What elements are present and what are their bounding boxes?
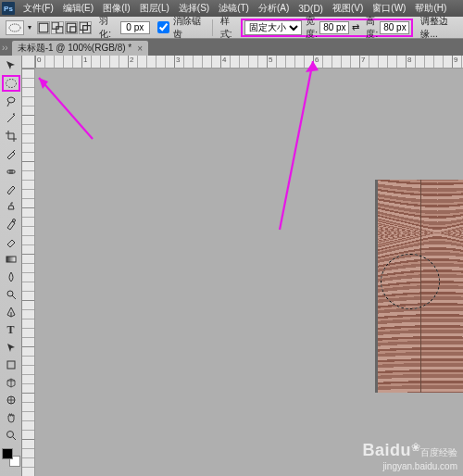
svg-rect-11 [6,257,16,262]
ruler-origin[interactable] [22,56,35,69]
feather-label: 羽化: [99,15,119,41]
menu-image[interactable]: 图像(I) [98,2,134,15]
gradient-tool[interactable] [2,251,20,268]
selection-new-icon[interactable] [37,21,50,34]
dodge-tool[interactable] [2,286,20,303]
svg-rect-1 [39,23,48,32]
close-tab-icon[interactable]: × [137,44,143,54]
workspace: T 0 1 2 3 4 5 6 7 8 9 [0,56,463,476]
document-tab-bar: ›› 未标题-1 @ 100%(RGB/8) * × [0,39,463,56]
ruler-vertical[interactable] [22,69,35,476]
paw-icon: ❀ [411,441,420,454]
path-selection-tool[interactable] [2,339,20,356]
healing-brush-tool[interactable] [2,163,20,180]
width-input[interactable] [319,21,349,34]
3d-tool[interactable] [2,374,20,391]
options-bar: ▾ 羽化: 消除锯齿 样式: 固定大小 宽度: ⇄ 高度: 调整边缘... [0,17,463,39]
tools-panel: T [0,56,22,476]
move-tool[interactable] [2,57,20,74]
svg-point-10 [12,219,15,222]
height-input[interactable] [380,21,409,34]
refine-edge-button[interactable]: 调整边缘... [420,15,461,41]
crop-tool[interactable] [2,128,20,144]
height-label: 高度: [366,15,378,41]
pen-tool[interactable] [2,304,20,320]
canvas-zone: 0 1 2 3 4 5 6 7 8 9 Baidu❀百度经验 jingyan.b… [22,56,463,476]
svg-rect-5 [70,26,76,31]
blur-tool[interactable] [2,269,20,285]
3d-camera-tool[interactable] [2,392,20,408]
ruler-mark: 3 [176,56,180,64]
feather-input[interactable] [120,21,150,34]
lasso-tool[interactable] [2,93,20,109]
zoom-tool[interactable] [2,427,20,444]
color-swatches[interactable] [2,448,20,467]
style-select[interactable]: 固定大小 [244,20,302,35]
antialias-checkbox[interactable] [157,21,169,33]
menu-analysis[interactable]: 分析(A) [254,2,294,15]
svg-point-15 [6,432,13,438]
selection-intersect-icon[interactable] [79,21,92,34]
shape-tool[interactable] [2,357,20,373]
history-brush-tool[interactable] [2,216,20,232]
separator [212,19,213,36]
ruler-mark: 6 [315,56,319,64]
menu-view[interactable]: 视图(V) [328,2,368,15]
selection-add-icon[interactable] [51,21,64,34]
watermark-brand: Baidu [362,441,411,459]
ruler-horizontal[interactable]: 0 1 2 3 4 5 6 7 8 9 [35,56,463,69]
menu-window[interactable]: 窗口(W) [368,2,410,15]
canvas[interactable] [35,69,463,476]
document-tab-title: 未标题-1 @ 100%(RGB/8) * [18,42,132,55]
foreground-color[interactable] [2,448,13,459]
ruler-mark: 9 [454,56,457,64]
svg-rect-3 [56,26,63,32]
document-tab[interactable]: 未标题-1 @ 100%(RGB/8) * × [12,41,148,56]
type-tool[interactable]: T [2,321,20,338]
selection-mode-group [37,21,93,34]
eraser-tool[interactable] [2,233,20,250]
selection-subtract-icon[interactable] [65,21,78,34]
menu-help[interactable]: 帮助(H) [410,2,451,15]
svg-rect-2 [52,22,58,29]
watermark-url: jingyan.baidu.com [362,461,457,472]
menu-edit[interactable]: 编辑(E) [58,2,98,15]
brush-tool[interactable] [2,181,20,197]
clone-stamp-tool[interactable] [2,198,20,215]
ruler-mark: 0 [37,56,41,64]
width-label: 宽度: [306,15,318,41]
swap-wh-icon[interactable]: ⇄ [352,22,359,32]
style-label: 样式: [220,15,240,41]
tool-preset[interactable] [6,20,24,35]
svg-rect-13 [7,361,15,369]
tool-preset-dropdown-icon[interactable]: ▾ [28,23,34,31]
menu-layer[interactable]: 图层(L) [135,2,174,15]
menu-file[interactable]: 文件(F) [19,2,58,15]
antialias-label: 消除锯齿 [173,15,206,41]
ruler-mark: 1 [83,56,87,64]
ruler-mark: 4 [222,56,226,64]
elliptical-selection [381,254,440,309]
svg-rect-9 [7,170,15,173]
watermark-sub: 百度经验 [420,447,457,457]
menu-3d[interactable]: 3D(D) [294,4,328,14]
svg-point-0 [9,24,20,31]
marquee-tool[interactable] [2,75,20,92]
tab-handle-icon[interactable]: ›› [2,41,8,56]
ruler-mark: 8 [407,56,411,64]
menu-filter[interactable]: 滤镜(T) [214,2,254,15]
ps-logo: Ps [2,2,15,15]
menu-select[interactable]: 选择(S) [174,2,214,15]
ruler-mark: 5 [269,56,272,64]
eyedropper-tool[interactable] [2,145,20,162]
hand-tool[interactable] [2,409,20,426]
highlighted-size-controls: 固定大小 宽度: ⇄ 高度: [241,19,413,37]
ruler-mark: 2 [130,56,133,64]
svg-point-8 [6,80,16,88]
ruler-mark: 7 [361,56,365,64]
magic-wand-tool[interactable] [2,110,20,127]
watermark: Baidu❀百度经验 jingyan.baidu.com [362,441,457,472]
